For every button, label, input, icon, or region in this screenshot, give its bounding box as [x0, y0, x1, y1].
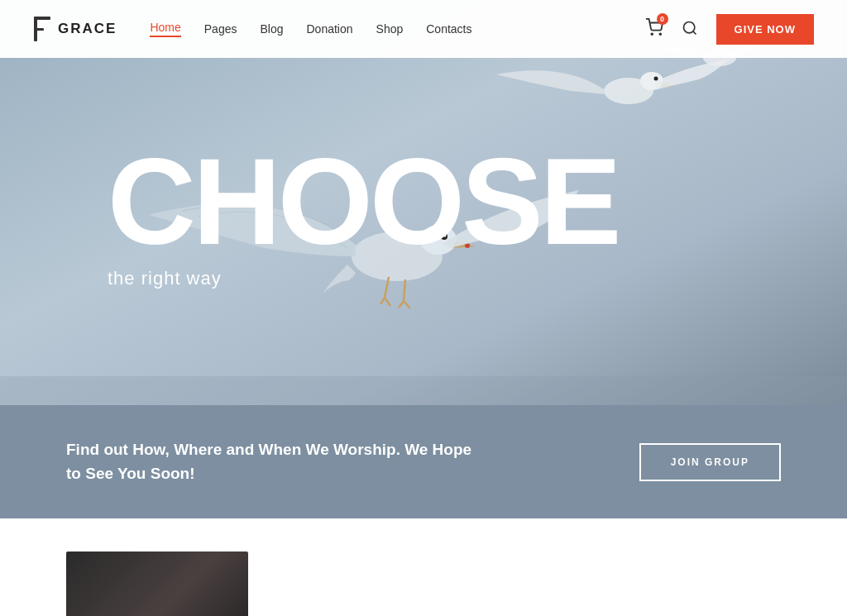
search-button[interactable]	[678, 17, 701, 42]
svg-line-6	[692, 31, 696, 34]
nav-donation[interactable]: Donation	[307, 22, 353, 36]
header: GRACE Home Pages Blog Donation Shop Cont…	[0, 0, 847, 58]
nav-shop[interactable]: Shop	[376, 22, 404, 36]
logo[interactable]: GRACE	[33, 16, 117, 42]
logo-icon	[33, 16, 51, 42]
below-fold-section	[0, 518, 847, 616]
nav-home[interactable]: Home	[150, 21, 180, 37]
cta-banner: Find out How, Where and When We Worship.…	[0, 405, 847, 518]
logo-text: GRACE	[58, 21, 117, 37]
hero-text-overlay: CHOOSE the right way	[0, 0, 847, 405]
main-nav: Home Pages Blog Donation Shop Contacts	[150, 21, 644, 37]
content-thumbnail	[66, 552, 248, 616]
svg-point-5	[683, 21, 694, 32]
svg-rect-1	[34, 17, 50, 20]
hero-main-text: CHOOSE	[108, 141, 847, 263]
svg-point-3	[651, 33, 653, 35]
header-right: 0 GIVE NOW	[645, 14, 814, 45]
hero-subtitle: the right way	[108, 268, 847, 289]
svg-rect-2	[34, 28, 44, 31]
nav-contacts[interactable]: Contacts	[426, 22, 471, 36]
hero-section: CHOOSE the right way	[0, 0, 847, 405]
give-now-button[interactable]: GIVE NOW	[716, 14, 814, 45]
cta-text: Find out How, Where and When We Worship.…	[66, 438, 480, 485]
nav-blog[interactable]: Blog	[260, 22, 283, 36]
cart-badge: 0	[657, 13, 668, 25]
cart-button[interactable]: 0	[645, 18, 663, 40]
svg-point-4	[659, 33, 661, 35]
join-group-button[interactable]: JOIN GROUP	[639, 443, 781, 481]
nav-pages[interactable]: Pages	[204, 22, 237, 36]
search-icon	[682, 20, 698, 36]
